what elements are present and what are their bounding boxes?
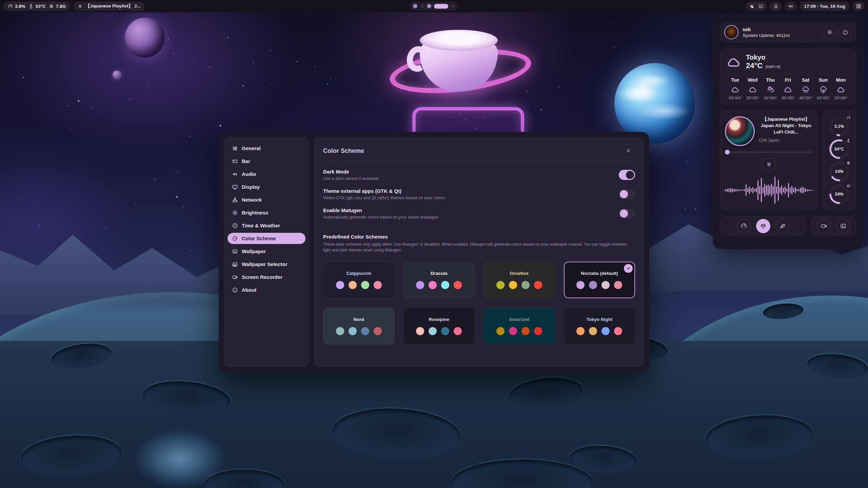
dark-mode-label: Dark Mode <box>323 169 380 175</box>
visualizer-bar <box>727 189 728 192</box>
visualizer-bar <box>785 186 786 194</box>
bar-media-pill[interactable]: 【Japanese Playlist】 J... <box>74 2 145 11</box>
toggle-knob <box>620 190 628 198</box>
sidebar-item-network[interactable]: Network <box>228 194 305 205</box>
workspace-dot-4[interactable] <box>434 4 448 8</box>
media-player-card: 【Japanese Playlist】 Japan All Night - To… <box>720 110 818 210</box>
toggle-row-matugen: Enable Matugen Automatically generate co… <box>323 207 635 220</box>
workspace-dot-5[interactable] <box>451 4 455 8</box>
pause-icon <box>766 161 772 167</box>
tray-image-icon[interactable] <box>758 3 764 9</box>
album-art <box>725 116 755 146</box>
sidebar-item-screen-recorder[interactable]: Screen Recorder <box>228 271 305 283</box>
teacup-rim <box>420 30 498 51</box>
color-swatch <box>576 281 585 289</box>
wallpaper-button[interactable] <box>836 219 850 233</box>
color-swatch <box>509 327 517 335</box>
avatar <box>724 25 738 39</box>
visualizer-bar <box>769 186 770 195</box>
visualizer-bar <box>796 189 797 191</box>
close-button[interactable] <box>622 144 635 158</box>
matugen-toggle[interactable] <box>619 208 635 219</box>
star <box>78 100 79 102</box>
color-swatch <box>454 327 462 335</box>
scheme-card-gruvbox[interactable]: Gruvbox <box>484 262 555 298</box>
dark-mode-toggle[interactable] <box>619 170 635 180</box>
notifications-button[interactable] <box>770 2 782 11</box>
star <box>17 198 18 199</box>
scheme-card-catppuccin[interactable]: Catppuccin <box>323 262 395 298</box>
volume-button[interactable] <box>785 2 797 11</box>
progress-handle[interactable] <box>725 150 730 155</box>
sidebar-item-color-scheme[interactable]: Color Scheme <box>228 233 305 244</box>
workspace-dot-1[interactable] <box>413 4 417 8</box>
star <box>105 228 106 229</box>
system-tray[interactable] <box>746 2 767 11</box>
star <box>327 84 328 85</box>
color-swatch <box>429 281 437 289</box>
sidebar-item-label: About <box>242 287 256 293</box>
sidebar-item-wallpaper[interactable]: Wallpaper <box>228 246 305 257</box>
user-actions <box>823 26 852 39</box>
forecast-row: Tue33°/24°Wed35°/25°Thu33°/26°Fri35°/26°… <box>726 77 850 100</box>
scheme-card-nord[interactable]: Nord <box>323 308 395 344</box>
sidebar-item-display[interactable]: Display <box>228 181 305 192</box>
workspace-dot-3[interactable] <box>427 4 431 8</box>
sidebar-item-audio[interactable]: Audio <box>228 168 305 180</box>
visualizer-bar <box>744 189 745 191</box>
power-button[interactable] <box>839 26 852 39</box>
sidebar-item-time-weather[interactable]: Time & Weather <box>228 220 305 231</box>
sidebar-item-wallpaper-selector[interactable]: Wallpaper Selector <box>228 259 305 270</box>
sidebar-item-brightness[interactable]: Brightness <box>228 207 305 218</box>
visualizer-bar <box>763 187 764 193</box>
video-icon <box>821 223 827 229</box>
speedometer-icon <box>8 4 13 9</box>
settings-button[interactable] <box>823 26 836 39</box>
system-stats-pill[interactable]: 3.8% 53°C 7.8G <box>3 2 70 11</box>
sidebar-item-label: Time & Weather <box>242 223 280 228</box>
scheme-card-solarized[interactable]: Solarized <box>484 308 555 344</box>
visualizer-bar <box>781 185 782 195</box>
section-title: Predefined Color Schemes <box>323 234 635 240</box>
color-swatch <box>589 281 597 289</box>
gauge-disk: 24% <box>828 183 850 205</box>
workspace-indicator[interactable] <box>410 2 458 11</box>
profile-power-saver-button[interactable] <box>775 219 790 233</box>
media-subtitle: Chill Japan. <box>759 138 813 143</box>
visualizer-bar <box>778 180 779 201</box>
workspace-dot-2[interactable] <box>420 4 424 8</box>
profile-balanced-button[interactable] <box>756 219 770 233</box>
visualizer-bar <box>729 188 730 192</box>
chip-icon <box>49 4 54 9</box>
dashboard-button[interactable] <box>852 2 865 11</box>
visualizer-bar <box>742 189 743 191</box>
section-description: These color schemes only apply when 'Use… <box>323 242 635 253</box>
sun-cloud-icon <box>766 85 775 94</box>
sidebar-item-bar[interactable]: Bar <box>228 156 305 167</box>
scheme-name: Rosepine <box>429 317 449 322</box>
color-swatch <box>576 327 585 335</box>
visualizer-bar <box>757 180 758 200</box>
clock-pill[interactable]: 17:09 - Tue, 19 Aug <box>800 2 850 11</box>
scheme-card-tokyo-night[interactable]: Tokyo Night <box>564 308 635 344</box>
scheme-card-rosepine[interactable]: Rosepine <box>403 308 475 344</box>
scheme-card-noctalia-default[interactable]: Noctalia (default) <box>564 262 635 298</box>
sidebar-item-about[interactable]: About <box>228 284 305 296</box>
star <box>39 225 40 226</box>
bar-right-section: 17:09 - Tue, 19 Aug <box>746 2 865 11</box>
scheme-card-dracula[interactable]: Dracula <box>403 262 475 298</box>
visualizer-bar <box>749 186 750 194</box>
color-swatch <box>441 327 449 335</box>
picture-icon <box>232 248 238 255</box>
scheme-name: Catppuccin <box>346 271 371 276</box>
media-progress-bar[interactable] <box>725 151 813 153</box>
theme-external-toggle[interactable] <box>619 189 635 199</box>
screen-recorder-button[interactable] <box>817 219 831 233</box>
play-pause-button[interactable] <box>762 157 776 171</box>
tray-app-icon[interactable] <box>749 3 755 9</box>
profile-performance-button[interactable] <box>737 219 751 233</box>
sidebar-item-general[interactable]: General <box>228 143 305 154</box>
media-row: 【Japanese Playlist】 Japan All Night - To… <box>720 110 856 210</box>
forecast-day-tue: Tue33°/24° <box>726 77 744 100</box>
color-swatch <box>496 327 505 335</box>
